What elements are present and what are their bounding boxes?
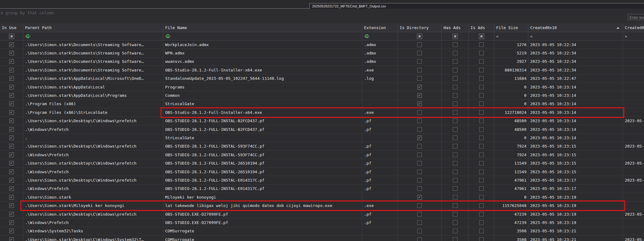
cell-in_use[interactable]: [0, 108, 23, 116]
cell-is_ads[interactable]: [469, 193, 494, 201]
table-row[interactable]: .\Users\Simon.stark\AppData\LocalProgram…: [0, 83, 644, 91]
table-row[interactable]: .\Users\Simon.stark\Miloyeki ker konoyog…: [0, 201, 644, 210]
cell-parent_path[interactable]: .\Users\Simon.stark: [23, 193, 163, 201]
table-row[interactable]: .StrLocalGate02023-05-05 10:23:14: [0, 134, 644, 142]
cell-is_ads[interactable]: [469, 66, 494, 74]
cell-parent_path[interactable]: .\Users\Simon.stark\Desktop\C\Windows\pr…: [23, 117, 163, 125]
cell-has_ads[interactable]: [442, 83, 469, 91]
column-header-has_ads[interactable]: Has Ads: [442, 24, 469, 32]
cell-file_size[interactable]: 7924: [494, 151, 528, 159]
cell-in_use[interactable]: [0, 66, 23, 74]
cell-created0x30[interactable]: [623, 108, 644, 116]
cell-extension[interactable]: .exe: [362, 201, 398, 209]
cell-file_name[interactable]: COMSurrogate: [163, 227, 362, 235]
cell-file_size[interactable]: 3508: [494, 227, 528, 235]
cell-extension[interactable]: .pf: [362, 159, 398, 167]
cell-file_name[interactable]: OBS-STUDIO-28.1.2-FULL-INSTAL-593F74CC.p…: [163, 151, 362, 159]
equals-filter-icon[interactable]: =: [530, 34, 533, 39]
cell-is_directory[interactable]: [398, 201, 442, 209]
cell-has_ads[interactable]: [442, 41, 469, 49]
cell-is_directory[interactable]: [398, 58, 442, 66]
cell-is_directory[interactable]: [398, 159, 442, 167]
cell-parent_path[interactable]: .\Program Files (x86)\StrLocalGate: [23, 108, 163, 116]
cell-is_ads[interactable]: [469, 83, 494, 91]
table-row[interactable]: .\Users\Simon.stark\Documents\Streaming …: [0, 41, 644, 49]
cell-file_name[interactable]: StrLocalGate: [163, 134, 362, 142]
table-row[interactable]: .\Users\Simon.stark\Documents\Streaming …: [0, 66, 644, 74]
cell-extension[interactable]: .pf: [362, 176, 398, 184]
cell-parent_path[interactable]: .\Users\Simon.stark\Desktop\C\Windows\pr…: [23, 142, 163, 150]
cell-created0x10[interactable]: 2023-05-05 10:23:15: [528, 168, 623, 176]
cell-file_size[interactable]: 2927: [494, 58, 528, 66]
cell-extension[interactable]: [362, 193, 398, 201]
cell-created0x10[interactable]: 2023-05-05 10:23:14: [528, 125, 623, 133]
cell-created0x30[interactable]: [623, 41, 644, 49]
table-row[interactable]: .\Users\Simon.stark\Desktop\C\Windows\Sy…: [0, 235, 644, 241]
cell-created0x30[interactable]: [623, 49, 644, 57]
cell-parent_path[interactable]: .\Windows\Prefetch: [23, 218, 163, 226]
cell-created0x30[interactable]: [623, 168, 644, 176]
cell-in_use[interactable]: [0, 117, 23, 125]
cell-has_ads[interactable]: [442, 193, 469, 201]
cell-file_size[interactable]: 11549: [494, 168, 528, 176]
cell-extension[interactable]: [362, 100, 398, 108]
table-row[interactable]: .\Users\Simon.starkMiloyeki ker konoyogi…: [0, 193, 644, 201]
checkbox-filter-icon[interactable]: [479, 34, 484, 39]
cell-created0x10[interactable]: 2023-05-05 10:23:14: [528, 108, 623, 116]
cell-has_ads[interactable]: [442, 117, 469, 125]
cell-is_ads[interactable]: [469, 125, 494, 133]
cell-created0x10[interactable]: 2023-05-05 10:23:19: [528, 210, 623, 218]
table-row[interactable]: .\Users\Simon.stark\Desktop\C\Windows\pr…: [0, 142, 644, 151]
cell-created0x10[interactable]: 2023-05-05 10:23:14: [528, 117, 623, 125]
cell-file_size[interactable]: 48500: [494, 117, 528, 125]
cell-in_use[interactable]: [0, 201, 23, 209]
filter-cell-extension[interactable]: aBc: [362, 32, 398, 40]
cell-created0x10[interactable]: 2023-05-05 10:23:19: [528, 193, 623, 201]
cell-created0x30[interactable]: 2023-05-: [623, 235, 644, 241]
cell-has_ads[interactable]: [442, 66, 469, 74]
cell-file_size[interactable]: 0: [494, 91, 528, 99]
cell-in_use[interactable]: [0, 235, 23, 241]
cell-is_directory[interactable]: [398, 49, 442, 57]
cell-parent_path[interactable]: .\Users\Simon.stark\Desktop\C\Windows\pr…: [23, 210, 163, 218]
table-row[interactable]: .\Windows\PrefetchOBS-STUDIO-28.1.2-FULL…: [0, 125, 644, 134]
cell-has_ads[interactable]: [442, 142, 469, 150]
cell-in_use[interactable]: [0, 100, 23, 108]
cell-parent_path[interactable]: .\Users\Simon.stark\Desktop\C\Windows\pr…: [23, 176, 163, 184]
cell-extension[interactable]: .pf: [362, 151, 398, 159]
cell-extension[interactable]: .admx: [362, 41, 398, 49]
equals-filter-icon[interactable]: =: [496, 34, 499, 39]
cell-created0x30[interactable]: [623, 83, 644, 91]
cell-file_size[interactable]: 880136314: [494, 66, 528, 74]
cell-created0x30[interactable]: 2023-05-: [623, 159, 644, 167]
cell-is_ads[interactable]: [469, 201, 494, 209]
cell-extension[interactable]: .pf: [362, 117, 398, 125]
cell-is_directory[interactable]: [398, 75, 442, 83]
cell-is_directory[interactable]: [398, 91, 442, 99]
filter-cell-file_name[interactable]: aBc: [163, 32, 362, 40]
cell-file_name[interactable]: OBS-Studio-28.1.2-Full-Installer-x64.exe: [163, 66, 362, 74]
cell-file_name[interactable]: OBS-STUDIO.EXE-D27099FE.pf: [163, 218, 362, 226]
table-row[interactable]: .\Users\Simon.stark\Documents\Streaming …: [0, 49, 644, 57]
cell-created0x10[interactable]: 2023-05-05 10:23:19: [528, 218, 623, 226]
cell-parent_path[interactable]: .: [23, 134, 163, 142]
cell-file_size[interactable]: 5219: [494, 49, 528, 57]
cell-parent_path[interactable]: .\Users\Simon.stark\AppData\Local\Micros…: [23, 75, 163, 83]
cell-created0x30[interactable]: [623, 91, 644, 99]
cell-file_size[interactable]: 48500: [494, 125, 528, 133]
cell-file_name[interactable]: StandaloneUpdate_2023-05-05_102247_5644-…: [163, 75, 362, 83]
filter-cell-parent_path[interactable]: aBc: [23, 32, 163, 40]
cell-created0x10[interactable]: 2023-05-05 10:23:15: [528, 159, 623, 167]
column-header-in_use[interactable]: In Use: [0, 24, 23, 32]
cell-file_size[interactable]: 47239: [494, 218, 528, 226]
cell-created0x30[interactable]: [623, 66, 644, 74]
cell-file_size[interactable]: 0: [494, 83, 528, 91]
filter-cell-created0x30[interactable]: =: [623, 32, 644, 40]
cell-is_ads[interactable]: [469, 151, 494, 159]
cell-parent_path[interactable]: .\Users\Simon.stark\AppData\Local: [23, 83, 163, 91]
cell-file_name[interactable]: OBS-STUDIO-28.1.2-FULL-INSTAL-B2FCD437.p…: [163, 125, 362, 133]
tab-mft-output-csv[interactable]: 20250529231722_MFTECmd_$MFT_Output.csv: [309, 3, 644, 9]
cell-has_ads[interactable]: [442, 134, 469, 142]
cell-is_ads[interactable]: [469, 117, 494, 125]
cell-extension[interactable]: [362, 91, 398, 99]
